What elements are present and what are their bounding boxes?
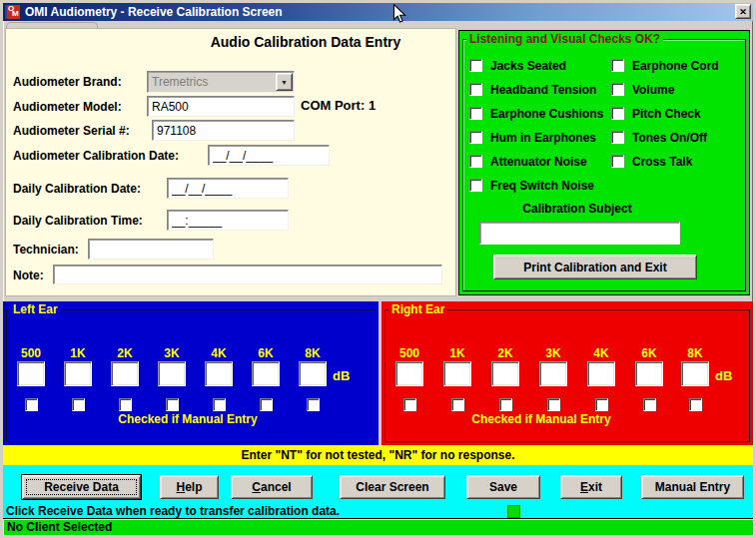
audiometer-brand-value: Tremetrics (148, 75, 276, 89)
audiometer-brand-select[interactable]: Tremetrics ▼ (147, 71, 295, 93)
left-ear-2k-manual-checkbox[interactable] (119, 398, 132, 411)
check-label: Attenuator Noise (490, 155, 587, 169)
left-ear-3k-input[interactable] (158, 361, 186, 386)
jacks-seated-checkbox[interactable] (469, 59, 482, 72)
check-row-headband-tension[interactable]: Headband Tension (469, 83, 603, 96)
left-ear-1k-manual-checkbox[interactable] (72, 398, 85, 411)
right-ear-col-8k: 8K (677, 346, 713, 411)
right-ear-500-manual-checkbox[interactable] (403, 398, 416, 411)
earphone-cushions-checkbox[interactable] (469, 107, 482, 120)
button-label: Save (489, 480, 517, 494)
check-row-earphone-cord[interactable]: Earphone Cord (611, 59, 719, 72)
freq-label-4k: 4K (593, 346, 608, 361)
right-ear-4k-input[interactable] (587, 361, 615, 386)
save-button[interactable]: Save (466, 475, 540, 499)
left-ear-500-manual-checkbox[interactable] (25, 398, 38, 411)
left-ear-2k-input[interactable] (111, 361, 139, 386)
pitch-check-checkbox[interactable] (611, 107, 624, 120)
button-label: xit (588, 480, 602, 494)
clear-screen-button[interactable]: Clear Screen (340, 475, 445, 499)
check-label: Jacks Seated (490, 59, 566, 73)
check-row-attenuator-noise[interactable]: Attenuator Noise (469, 155, 603, 168)
freq-label-2k: 2K (117, 346, 132, 361)
freq-switch-noise-checkbox[interactable] (469, 179, 482, 192)
left-ear-col-1k: 1K (60, 346, 96, 411)
cancel-button[interactable]: Cancel (231, 475, 313, 499)
left-ear-500-input[interactable] (17, 361, 45, 386)
volume-checkbox[interactable] (611, 83, 624, 96)
right-ear-500-input[interactable] (395, 361, 423, 386)
check-row-volume[interactable]: Volume (611, 83, 719, 96)
freq-label-4k: 4K (211, 346, 226, 361)
cross-talk-checkbox[interactable] (611, 155, 624, 168)
freq-label-3k: 3K (545, 346, 560, 361)
close-icon: ✕ (739, 7, 747, 17)
left-ear-6k-manual-checkbox[interactable] (260, 398, 273, 411)
listening-visual-checks-panel: Listening and Visual Checks OK? Jacks Se… (458, 30, 750, 295)
chevron-down-icon[interactable]: ▼ (276, 73, 293, 91)
right-ear-2k-input[interactable] (491, 361, 519, 386)
toolbar: Receive Data Help Cancel Clear Screen Sa… (3, 465, 753, 518)
left-ear-4k-input[interactable] (205, 361, 233, 386)
status-bar: No Client Selected (3, 518, 753, 535)
hum-in-earphones-checkbox[interactable] (469, 131, 482, 144)
left-ear-4k-manual-checkbox[interactable] (213, 398, 226, 411)
check-label: Tones On/Off (632, 131, 707, 145)
freq-label-500: 500 (399, 346, 419, 361)
right-ear-8k-manual-checkbox[interactable] (689, 398, 702, 411)
left-ear-col-3k: 3K (154, 346, 190, 411)
left-ear-6k-input[interactable] (252, 361, 280, 386)
right-ear-manual-note: Checked if Manual Entry (411, 412, 671, 426)
right-ear-col-6k: 6K (631, 346, 667, 411)
left-ear-1k-input[interactable] (64, 361, 92, 386)
right-ear-3k-input[interactable] (539, 361, 567, 386)
audiometer-serial-input[interactable] (152, 120, 295, 141)
audiometer-cal-date-input[interactable] (208, 145, 330, 166)
attenuator-noise-checkbox[interactable] (469, 155, 482, 168)
audiometer-brand-label: Audiometer Brand: (13, 75, 122, 89)
check-label: Earphone Cushions (490, 107, 603, 121)
freq-label-8k: 8K (305, 346, 320, 361)
close-button[interactable]: ✕ (735, 4, 751, 19)
window-title: OMI Audiometry - Receive Calibration Scr… (25, 5, 283, 19)
check-row-tones-on-off[interactable]: Tones On/Off (611, 131, 719, 144)
check-row-jacks-seated[interactable]: Jacks Seated (469, 59, 603, 72)
check-label: Earphone Cord (632, 59, 719, 73)
left-ear-8k-input[interactable] (299, 361, 327, 386)
check-row-freq-switch-noise[interactable]: Freq Switch Noise (469, 179, 603, 192)
status-bar-text: No Client Selected (7, 520, 112, 534)
check-row-earphone-cushions[interactable]: Earphone Cushions (469, 107, 603, 120)
right-ear-2k-manual-checkbox[interactable] (499, 398, 512, 411)
right-ear-1k-input[interactable] (443, 361, 471, 386)
right-ear-col-2k: 2K (487, 346, 523, 411)
daily-cal-date-input[interactable] (167, 178, 289, 199)
check-label: Headband Tension (490, 83, 596, 97)
receive-data-hint: Click Receive Data when ready to transfe… (6, 504, 340, 518)
titlebar[interactable]: O M OMI Audiometry - Receive Calibration… (3, 3, 753, 21)
freq-label-1k: 1K (449, 346, 464, 361)
audiometer-model-input[interactable] (147, 96, 295, 117)
headband-tension-checkbox[interactable] (469, 83, 482, 96)
exit-button[interactable]: Exit (560, 475, 622, 499)
receive-data-button[interactable]: Receive Data (22, 475, 141, 499)
help-button[interactable]: Help (160, 475, 219, 499)
left-ear-3k-manual-checkbox[interactable] (166, 398, 179, 411)
right-ear-3k-manual-checkbox[interactable] (547, 398, 560, 411)
check-row-hum-in-earphones[interactable]: Hum in Earphones (469, 131, 603, 144)
tones-on-off-checkbox[interactable] (611, 131, 624, 144)
check-row-cross-talk[interactable]: Cross Talk (611, 155, 719, 168)
calibration-subject-input[interactable] (479, 222, 680, 245)
right-ear-6k-manual-checkbox[interactable] (643, 398, 656, 411)
left-ear-8k-manual-checkbox[interactable] (307, 398, 320, 411)
manual-entry-button[interactable]: Manual Entry (641, 475, 744, 499)
check-row-pitch-check[interactable]: Pitch Check (611, 107, 719, 120)
earphone-cord-checkbox[interactable] (611, 59, 624, 72)
print-calibration-exit-button[interactable]: Print Calibration and Exit (493, 255, 697, 279)
right-ear-1k-manual-checkbox[interactable] (451, 398, 464, 411)
technician-input[interactable] (88, 239, 214, 260)
note-input[interactable] (53, 265, 442, 284)
right-ear-4k-manual-checkbox[interactable] (595, 398, 608, 411)
right-ear-6k-input[interactable] (635, 361, 663, 386)
right-ear-8k-input[interactable] (681, 361, 709, 386)
daily-cal-time-input[interactable] (167, 210, 289, 231)
